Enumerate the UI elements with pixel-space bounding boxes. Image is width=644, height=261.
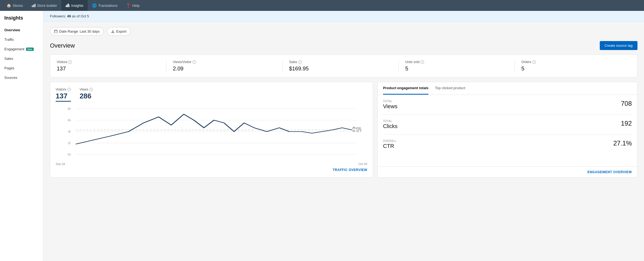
visitors-metric-label: Visitors i: [56, 88, 71, 91]
chart-area: 8 6 4 2 0 Avg 4.57: [56, 106, 367, 161]
sidebar: Insights Overview Traffic Engagement New…: [0, 11, 43, 261]
clicks-eng-value: 192: [621, 120, 632, 127]
chart-views-info-icon[interactable]: i: [89, 88, 93, 91]
export-button[interactable]: Export: [107, 27, 131, 36]
export-label: Export: [116, 29, 127, 33]
overview-header: Overview Create source tag: [50, 41, 637, 50]
main-content: Followers: 49 as of Oct 5 Date Range Las…: [43, 11, 644, 261]
stat-sales-value: $169.95: [289, 66, 392, 72]
store-builder-icon: [32, 3, 36, 8]
visitors-metric[interactable]: Visitors i 137: [56, 88, 71, 102]
stat-orders-label: Orders i: [521, 60, 624, 64]
svg-text:4: 4: [68, 130, 71, 133]
stat-views-visitor-label: Views/Visitor i: [173, 60, 276, 64]
ctr-sub-label: OVERALL: [383, 139, 397, 142]
views-metric[interactable]: Views i 286: [80, 88, 93, 102]
units-sold-info-icon[interactable]: i: [421, 60, 424, 64]
date-range-value: Last 30 days: [80, 29, 100, 33]
stores-icon: 🏠: [7, 3, 11, 8]
nav-translations[interactable]: 🌐 Translations: [88, 0, 122, 11]
visitors-metric-value: 137: [56, 92, 71, 102]
stat-sales-label: Sales i: [289, 60, 392, 64]
nav-stores[interactable]: 🏠 Stores: [2, 0, 27, 11]
svg-text:6: 6: [68, 119, 71, 122]
sidebar-title: Insights: [0, 15, 43, 25]
sidebar-traffic-label: Traffic: [4, 38, 14, 42]
engagement-views-row: TOTAL Views 708: [383, 95, 632, 115]
app-layout: Insights Overview Traffic Engagement New…: [0, 11, 644, 261]
sales-info-icon[interactable]: i: [298, 60, 302, 64]
visitors-info-icon[interactable]: i: [68, 60, 72, 64]
stat-views-visitor: Views/Visitor i 2.09: [166, 60, 283, 72]
tab-product-engagement[interactable]: Product engagement totals: [383, 82, 429, 95]
top-navigation: 🏠 Stores Store builder Insights 🌐 Transl…: [0, 0, 644, 11]
views-metric-value: 286: [80, 92, 93, 100]
stat-units-sold-value: 5: [405, 66, 508, 72]
nav-store-builder-label: Store builder: [37, 4, 57, 8]
nav-insights[interactable]: Insights: [61, 0, 88, 11]
stat-visitors-label: Visitors i: [57, 60, 160, 64]
engagement-new-badge: New: [26, 48, 34, 51]
followers-as-of: as of Oct 5: [72, 14, 89, 18]
chart-x-end: Oct 04: [358, 162, 367, 166]
chart-visitors-info-icon[interactable]: i: [67, 88, 71, 91]
views-name-label: Views: [383, 103, 397, 110]
svg-rect-4: [67, 4, 68, 7]
svg-text:Avg: Avg: [352, 126, 361, 129]
svg-rect-3: [66, 5, 67, 7]
chart-x-labels: Sep 04 Oct 04: [56, 162, 367, 166]
views-visitor-info-icon[interactable]: i: [192, 60, 196, 64]
svg-rect-6: [69, 5, 70, 7]
tab-top-clicked[interactable]: Top clicked product: [435, 82, 465, 95]
insights-icon: [66, 3, 70, 8]
nav-insights-label: Insights: [71, 4, 83, 8]
charts-row: Visitors i 137 Views i 286: [50, 82, 637, 178]
engagement-card: Product engagement totals Top clicked pr…: [377, 82, 637, 178]
nav-help[interactable]: ❓ Help: [122, 0, 144, 11]
stat-units-sold-label: Units sold i: [405, 60, 508, 64]
svg-rect-0: [32, 5, 33, 7]
nav-stores-label: Stores: [13, 4, 23, 8]
clicks-sub-label: TOTAL: [383, 120, 397, 123]
engagement-ctr-row: OVERALL CTR 27.1%: [383, 135, 632, 154]
sidebar-item-sales[interactable]: Sales: [0, 54, 43, 63]
clicks-name-label: Clicks: [383, 123, 397, 129]
sidebar-engagement-label: Engagement: [4, 47, 24, 51]
overview-content: Date Range Last 30 days Export Overview …: [43, 22, 644, 183]
engagement-clicks-row: TOTAL Clicks 192: [383, 115, 632, 135]
chart-header: Visitors i 137 Views i 286: [56, 88, 367, 102]
clicks-label-group: TOTAL Clicks: [383, 120, 397, 129]
sidebar-overview-label: Overview: [4, 28, 20, 32]
sidebar-item-engagement[interactable]: Engagement New: [0, 44, 43, 54]
svg-text:0: 0: [68, 153, 71, 156]
sidebar-item-traffic[interactable]: Traffic: [0, 35, 43, 44]
svg-text:8: 8: [68, 107, 71, 110]
stat-orders: Orders i 5: [515, 60, 631, 72]
chart-footer: TRAFFIC OVERVIEW: [56, 168, 367, 172]
sidebar-item-pages[interactable]: Pages: [0, 63, 43, 73]
views-eng-value: 708: [621, 100, 632, 107]
overview-title: Overview: [50, 42, 75, 49]
views-metric-label: Views i: [80, 88, 93, 91]
calendar-icon: [54, 30, 58, 33]
toolbar: Date Range Last 30 days Export: [50, 27, 637, 36]
followers-count: 49: [67, 14, 71, 18]
followers-banner: Followers: 49 as of Oct 5: [43, 11, 644, 22]
sidebar-item-sources[interactable]: Sources: [0, 73, 43, 82]
ctr-label-group: OVERALL CTR: [383, 139, 397, 149]
ctr-name-label: CTR: [383, 143, 397, 149]
orders-info-icon[interactable]: i: [532, 60, 536, 64]
svg-rect-2: [34, 4, 36, 7]
date-range-button[interactable]: Date Range Last 30 days: [50, 27, 104, 36]
svg-rect-7: [54, 30, 57, 33]
chart-x-start: Sep 04: [56, 162, 65, 166]
sidebar-sources-label: Sources: [4, 76, 17, 80]
create-source-tag-button[interactable]: Create source tag: [600, 41, 637, 50]
nav-store-builder[interactable]: Store builder: [27, 0, 62, 11]
sidebar-item-overview[interactable]: Overview: [0, 25, 43, 35]
engagement-overview-link[interactable]: ENGAGEMENT OVERVIEW: [588, 170, 632, 174]
nav-help-label: Help: [132, 4, 140, 8]
traffic-chart-card: Visitors i 137 Views i 286: [50, 82, 373, 178]
nav-translations-label: Translations: [98, 4, 117, 8]
traffic-overview-link[interactable]: TRAFFIC OVERVIEW: [333, 168, 367, 172]
